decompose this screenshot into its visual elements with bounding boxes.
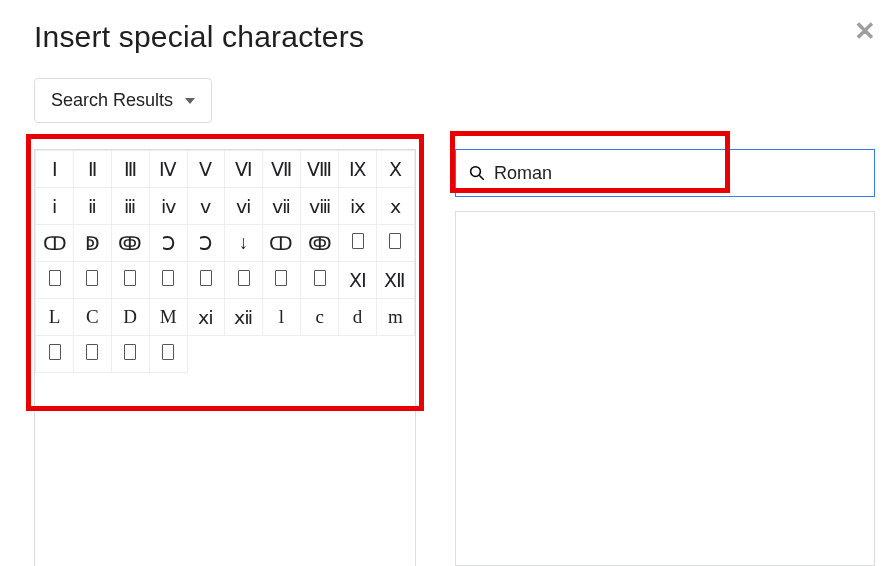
- search-icon: [468, 164, 486, 182]
- char-roman-twelve[interactable]: Ⅻ: [376, 262, 414, 299]
- char-unknown-glyph[interactable]: [187, 262, 225, 299]
- char-small-roman-twelve[interactable]: ⅻ: [225, 299, 263, 336]
- char-unknown-glyph[interactable]: [36, 262, 74, 299]
- insert-special-characters-dialog: ✕ Insert special characters Search Resul…: [0, 0, 894, 566]
- char-roman-ten[interactable]: Ⅹ: [376, 151, 414, 188]
- tofu-glyph-icon: [200, 270, 212, 286]
- char-small-roman-eleven[interactable]: ⅺ: [187, 299, 225, 336]
- char-small-roman-three[interactable]: ⅲ: [111, 188, 149, 225]
- char-downwards-arrow[interactable]: ↓: [225, 225, 263, 262]
- tofu-glyph-icon: [49, 344, 61, 360]
- tofu-glyph-icon: [86, 344, 98, 360]
- close-icon: ✕: [854, 16, 876, 46]
- character-results-panel: ⅠⅡⅢⅣⅤⅥⅦⅧⅨⅩⅰⅱⅲⅳⅴⅵⅶⅷⅸⅹↀↁↂↃↃ↓ↀↂⅪⅫLCDMⅺⅻlcdm: [34, 149, 416, 543]
- char-small-roman-six[interactable]: ⅵ: [225, 188, 263, 225]
- filter-dropdown[interactable]: Search Results: [34, 78, 212, 123]
- tofu-glyph-icon: [124, 344, 136, 360]
- char-small-roman-nine[interactable]: ⅸ: [339, 188, 377, 225]
- tofu-glyph-icon: [124, 270, 136, 286]
- character-grid: ⅠⅡⅢⅣⅤⅥⅦⅧⅨⅩⅰⅱⅲⅳⅴⅵⅶⅷⅸⅹↀↁↂↃↃ↓ↀↂⅪⅫLCDMⅺⅻlcdm: [35, 150, 415, 373]
- tofu-glyph-icon: [162, 270, 174, 286]
- char-small-roman-seven[interactable]: ⅶ: [262, 188, 300, 225]
- char-roman-ten-thousand-2[interactable]: ↂ: [301, 225, 339, 262]
- close-button[interactable]: ✕: [854, 18, 876, 44]
- char-roman-reversed-c[interactable]: Ↄ: [149, 225, 187, 262]
- search-field-wrapper[interactable]: [455, 149, 875, 197]
- char-small-roman-five[interactable]: ⅴ: [187, 188, 225, 225]
- char-roman-thousand[interactable]: M: [149, 299, 187, 336]
- char-small-roman-four[interactable]: ⅳ: [149, 188, 187, 225]
- char-roman-eleven[interactable]: Ⅺ: [339, 262, 377, 299]
- char-unknown-glyph[interactable]: [376, 225, 414, 262]
- char-roman-five[interactable]: Ⅴ: [187, 151, 225, 188]
- char-roman-two[interactable]: Ⅱ: [74, 151, 112, 188]
- char-small-roman-two[interactable]: ⅱ: [74, 188, 112, 225]
- char-unknown-glyph[interactable]: [225, 262, 263, 299]
- char-small-roman-five-hundred[interactable]: d: [339, 299, 377, 336]
- svg-point-0: [471, 167, 481, 177]
- tofu-glyph-icon: [275, 270, 287, 286]
- char-unknown-glyph[interactable]: [149, 262, 187, 299]
- char-small-roman-fifty[interactable]: l: [262, 299, 300, 336]
- chevron-down-icon: [185, 98, 195, 104]
- char-small-roman-one[interactable]: ⅰ: [36, 188, 74, 225]
- char-roman-five-thousand[interactable]: ↁ: [74, 225, 112, 262]
- char-small-roman-thousand[interactable]: m: [376, 299, 414, 336]
- char-unknown-glyph[interactable]: [301, 262, 339, 299]
- char-roman-one-thousand-cd-2[interactable]: ↀ: [262, 225, 300, 262]
- draw-character-panel[interactable]: [455, 211, 875, 566]
- tofu-glyph-icon: [352, 233, 364, 249]
- tofu-glyph-icon: [389, 233, 401, 249]
- char-unknown-glyph[interactable]: [74, 262, 112, 299]
- char-unknown-glyph[interactable]: [111, 262, 149, 299]
- char-roman-four[interactable]: Ⅳ: [149, 151, 187, 188]
- char-unknown-glyph[interactable]: [339, 225, 377, 262]
- tofu-glyph-icon: [238, 270, 250, 286]
- svg-line-1: [479, 175, 484, 180]
- char-roman-nine[interactable]: Ⅸ: [339, 151, 377, 188]
- char-roman-reversed-c-2[interactable]: Ↄ: [187, 225, 225, 262]
- char-small-roman-ten[interactable]: ⅹ: [376, 188, 414, 225]
- char-roman-eight[interactable]: Ⅷ: [301, 151, 339, 188]
- tofu-glyph-icon: [86, 270, 98, 286]
- char-roman-fifty[interactable]: L: [36, 299, 74, 336]
- char-roman-ten-thousand[interactable]: ↂ: [111, 225, 149, 262]
- char-roman-seven[interactable]: Ⅶ: [262, 151, 300, 188]
- tofu-glyph-icon: [49, 270, 61, 286]
- char-roman-one-thousand-cd[interactable]: ↀ: [36, 225, 74, 262]
- char-roman-hundred[interactable]: C: [74, 299, 112, 336]
- char-unknown-glyph[interactable]: [111, 336, 149, 373]
- filter-dropdown-label: Search Results: [51, 90, 173, 111]
- char-unknown-glyph[interactable]: [36, 336, 74, 373]
- char-unknown-glyph[interactable]: [149, 336, 187, 373]
- char-unknown-glyph[interactable]: [262, 262, 300, 299]
- tofu-glyph-icon: [162, 344, 174, 360]
- search-input[interactable]: [494, 163, 862, 184]
- char-small-roman-hundred[interactable]: c: [301, 299, 339, 336]
- char-roman-six[interactable]: Ⅵ: [225, 151, 263, 188]
- char-unknown-glyph[interactable]: [74, 336, 112, 373]
- dialog-title: Insert special characters: [34, 20, 364, 54]
- char-small-roman-eight[interactable]: ⅷ: [301, 188, 339, 225]
- tofu-glyph-icon: [314, 270, 326, 286]
- char-roman-five-hundred[interactable]: D: [111, 299, 149, 336]
- char-roman-three[interactable]: Ⅲ: [111, 151, 149, 188]
- char-roman-one[interactable]: Ⅰ: [36, 151, 74, 188]
